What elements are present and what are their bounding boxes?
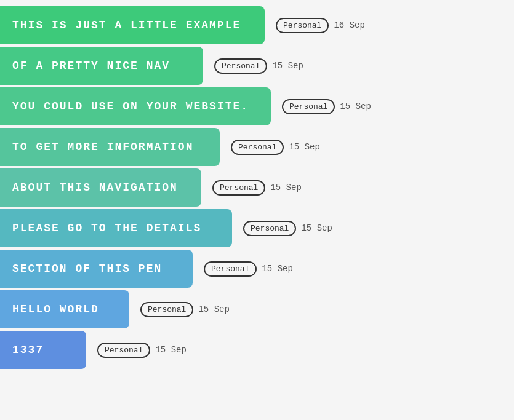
nav-meta-5: Personal 15 Sep xyxy=(212,180,302,196)
tag-badge-1: Personal xyxy=(276,18,329,33)
navigation-list: THIS IS JUST A LITTLE EXAMPLE Personal 1… xyxy=(0,6,514,371)
tag-badge-3: Personal xyxy=(282,99,335,114)
date-text-5: 15 Sep xyxy=(270,183,301,192)
nav-label-7: SECTION OF THIS PEN xyxy=(12,263,162,275)
tag-badge-6: Personal xyxy=(243,221,296,236)
date-text-1: 16 Sep xyxy=(334,20,364,30)
date-text-8: 15 Sep xyxy=(198,304,229,314)
date-text-6: 15 Sep xyxy=(301,223,332,233)
tag-badge-4: Personal xyxy=(231,140,284,155)
nav-label-9: 1337 xyxy=(12,344,44,356)
nav-bar-8[interactable]: HELLO WORLD xyxy=(0,290,129,328)
nav-bar-5[interactable]: ABOUT THIS NAVIGATION xyxy=(0,168,201,207)
list-item[interactable]: THIS IS JUST A LITTLE EXAMPLE Personal 1… xyxy=(0,6,514,44)
nav-label-8: HELLO WORLD xyxy=(12,303,99,315)
date-text-3: 15 Sep xyxy=(340,101,371,111)
nav-bar-6[interactable]: PLEASE GO TO THE DETAILS xyxy=(0,209,232,247)
nav-bar-2[interactable]: OF A PRETTY NICE NAV xyxy=(0,47,203,85)
list-item[interactable]: YOU COULD USE ON YOUR WEBSITE. Personal … xyxy=(0,87,514,125)
tag-badge-2: Personal xyxy=(214,58,267,74)
nav-meta-3: Personal 15 Sep xyxy=(282,99,371,114)
date-text-2: 15 Sep xyxy=(272,61,303,71)
nav-meta-4: Personal 15 Sep xyxy=(231,140,320,155)
tag-badge-9: Personal xyxy=(97,343,150,358)
nav-label-4: TO GET MORE INFORMATION xyxy=(12,141,193,153)
tag-badge-8: Personal xyxy=(140,302,193,317)
list-item[interactable]: HELLO WORLD Personal 15 Sep xyxy=(0,290,514,328)
date-text-7: 15 Sep xyxy=(262,264,292,274)
nav-bar-3[interactable]: YOU COULD USE ON YOUR WEBSITE. xyxy=(0,87,271,125)
nav-bar-9[interactable]: 1337 xyxy=(0,331,86,369)
nav-label-6: PLEASE GO TO THE DETAILS xyxy=(12,222,201,234)
date-text-9: 15 Sep xyxy=(155,345,186,355)
nav-meta-2: Personal 15 Sep xyxy=(214,58,303,74)
nav-bar-4[interactable]: TO GET MORE INFORMATION xyxy=(0,128,220,166)
nav-meta-7: Personal 15 Sep xyxy=(204,261,293,277)
nav-bar-7[interactable]: SECTION OF THIS PEN xyxy=(0,250,193,288)
nav-label-2: OF A PRETTY NICE NAV xyxy=(12,60,170,72)
nav-label-3: YOU COULD USE ON YOUR WEBSITE. xyxy=(12,100,249,113)
nav-meta-8: Personal 15 Sep xyxy=(140,302,230,317)
nav-meta-6: Personal 15 Sep xyxy=(243,221,332,236)
list-item[interactable]: TO GET MORE INFORMATION Personal 15 Sep xyxy=(0,128,514,166)
tag-badge-7: Personal xyxy=(204,261,257,277)
nav-label-5: ABOUT THIS NAVIGATION xyxy=(12,181,178,194)
nav-label-1: THIS IS JUST A LITTLE EXAMPLE xyxy=(12,19,241,31)
nav-meta-9: Personal 15 Sep xyxy=(97,343,187,358)
list-item[interactable]: OF A PRETTY NICE NAV Personal 15 Sep xyxy=(0,47,514,85)
date-text-4: 15 Sep xyxy=(289,142,319,152)
nav-bar-1[interactable]: THIS IS JUST A LITTLE EXAMPLE xyxy=(0,6,265,44)
list-item[interactable]: SECTION OF THIS PEN Personal 15 Sep xyxy=(0,250,514,288)
nav-meta-1: Personal 16 Sep xyxy=(276,18,365,33)
list-item[interactable]: 1337 Personal 15 Sep xyxy=(0,331,514,369)
list-item[interactable]: ABOUT THIS NAVIGATION Personal 15 Sep xyxy=(0,168,514,207)
tag-badge-5: Personal xyxy=(212,180,265,196)
list-item[interactable]: PLEASE GO TO THE DETAILS Personal 15 Sep xyxy=(0,209,514,247)
